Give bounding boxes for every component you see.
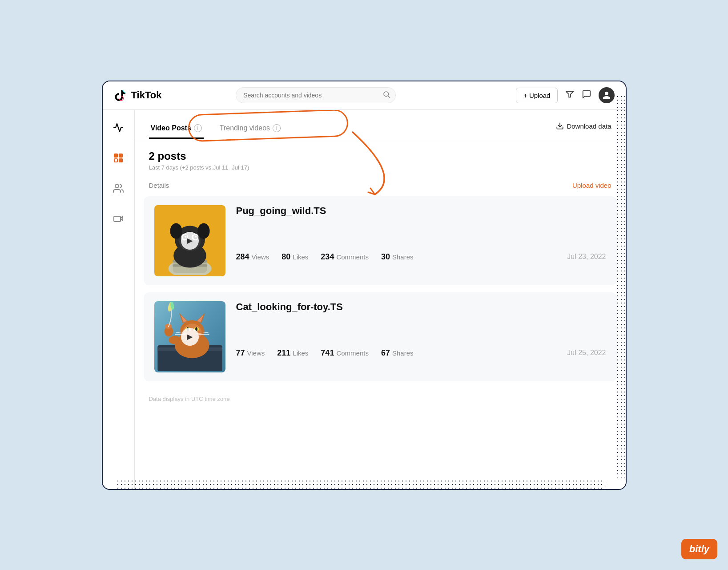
likes-label-1: Likes <box>293 253 308 261</box>
svg-rect-4 <box>119 154 122 157</box>
shares-label-2: Shares <box>392 349 414 357</box>
content-area: Video Posts i Trending videos i Download… <box>135 110 626 489</box>
video-date-2: Jul 25, 2022 <box>567 349 606 357</box>
views-label-2: Views <box>247 349 265 357</box>
details-header: Details Upload video <box>135 178 626 196</box>
tab-video-posts[interactable]: Video Posts i <box>149 119 204 139</box>
video-title-1: Pug_going_wild.TS <box>236 205 606 217</box>
stat-shares-1: 30 Shares <box>381 252 414 262</box>
posts-count: 2 posts <box>149 150 611 162</box>
filter-icon[interactable] <box>565 89 575 101</box>
video-list: ▶ Pug_going_wild.TS 284 Views <box>135 196 626 392</box>
stat-likes-1: 80 Likes <box>282 252 308 262</box>
stat-comments-1: 234 Comments <box>321 252 369 262</box>
likes-label-2: Likes <box>293 349 308 357</box>
sidebar-item-users[interactable] <box>109 179 127 197</box>
search-input[interactable] <box>236 87 396 103</box>
content-inner: Video Posts i Trending videos i Download… <box>135 110 626 489</box>
sidebar-item-grid[interactable] <box>109 149 127 167</box>
sidebar-item-video[interactable] <box>109 210 127 227</box>
tab-video-posts-info[interactable]: i <box>194 124 202 132</box>
video-card-top-2: ▶ Cat_looking_for-toy.TS 77 Views <box>154 301 606 372</box>
tab-trending-videos[interactable]: Trending videos i <box>218 119 282 139</box>
comments-num-1: 234 <box>321 252 334 262</box>
play-button-1[interactable]: ▶ <box>181 232 199 250</box>
svg-line-1 <box>388 96 390 97</box>
logo-area: TikTok <box>113 88 162 102</box>
app-title: TikTok <box>131 89 162 101</box>
download-data-label: Download data <box>567 122 611 130</box>
tab-trending-label: Trending videos <box>220 124 270 132</box>
download-data-button[interactable]: Download data <box>556 122 611 135</box>
footer-note: Data displays in UTC time zone <box>135 392 626 411</box>
video-stats-2: 77 Views 211 Likes 741 C <box>236 313 606 358</box>
topbar: TikTok + Upload <box>103 81 626 110</box>
bitly-badge: bitly <box>681 539 717 559</box>
stat-likes-2: 211 Likes <box>277 348 308 358</box>
svg-point-7 <box>115 184 119 188</box>
likes-num-1: 80 <box>282 252 290 262</box>
search-bar <box>236 87 396 103</box>
search-icon <box>382 90 390 100</box>
sidebar-item-chart[interactable] <box>109 119 127 137</box>
svg-rect-8 <box>114 216 121 222</box>
message-icon[interactable] <box>582 89 591 101</box>
upload-button[interactable]: + Upload <box>516 88 558 103</box>
tab-video-posts-label: Video Posts <box>151 124 191 132</box>
svg-rect-6 <box>114 159 117 162</box>
stat-views-2: 77 Views <box>236 348 265 358</box>
video-thumbnail-2[interactable]: ▶ <box>154 301 225 372</box>
shares-label-1: Shares <box>392 253 414 261</box>
tab-trending-info[interactable]: i <box>273 124 281 132</box>
video-card-top-1: ▶ Pug_going_wild.TS 284 Views <box>154 205 606 276</box>
video-date-1: Jul 23, 2022 <box>567 253 606 261</box>
comments-label-2: Comments <box>336 349 369 357</box>
posts-subtitle: Last 7 days (+2 posts vs.Jul 11- Jul 17) <box>149 164 611 171</box>
comments-label-1: Comments <box>336 253 369 261</box>
views-label-1: Views <box>252 253 269 261</box>
posts-unit: posts <box>158 150 186 162</box>
stats-area: 2 posts Last 7 days (+2 posts vs.Jul 11-… <box>135 139 626 178</box>
stat-shares-2: 67 Shares <box>381 348 414 358</box>
tiktok-logo-icon <box>113 88 128 102</box>
svg-point-48 <box>169 336 181 344</box>
svg-rect-3 <box>114 154 117 157</box>
video-thumbnail-1[interactable]: ▶ <box>154 205 225 276</box>
tabs-header: Video Posts i Trending videos i Download… <box>135 110 626 139</box>
svg-point-17 <box>170 223 182 239</box>
avatar[interactable] <box>599 87 615 103</box>
likes-num-2: 211 <box>277 348 290 358</box>
video-stats-1: 284 Views 80 Likes 234 C <box>236 217 606 262</box>
comments-num-2: 741 <box>321 348 334 358</box>
video-info-1: Pug_going_wild.TS 284 Views 80 Likes <box>236 205 606 262</box>
main-layout: Video Posts i Trending videos i Download… <box>103 110 626 489</box>
stat-comments-2: 741 Comments <box>321 348 369 358</box>
video-card-1: ▶ Pug_going_wild.TS 284 Views <box>144 196 617 285</box>
topbar-right: + Upload <box>516 87 615 103</box>
stat-views-1: 284 Views <box>236 252 269 262</box>
video-title-2: Cat_looking_for-toy.TS <box>236 301 606 313</box>
views-num-2: 77 <box>236 348 245 358</box>
sidebar <box>103 110 135 489</box>
views-num-1: 284 <box>236 252 249 262</box>
video-card-2: ▶ Cat_looking_for-toy.TS 77 Views <box>144 292 617 381</box>
shares-num-2: 67 <box>381 348 390 358</box>
svg-marker-2 <box>566 91 574 97</box>
svg-point-18 <box>197 223 209 239</box>
details-label: Details <box>149 182 169 189</box>
svg-rect-5 <box>119 159 122 162</box>
upload-video-link[interactable]: Upload video <box>572 182 611 189</box>
play-button-2[interactable]: ▶ <box>181 328 199 346</box>
video-info-2: Cat_looking_for-toy.TS 77 Views 211 Like… <box>236 301 606 358</box>
shares-num-1: 30 <box>381 252 390 262</box>
